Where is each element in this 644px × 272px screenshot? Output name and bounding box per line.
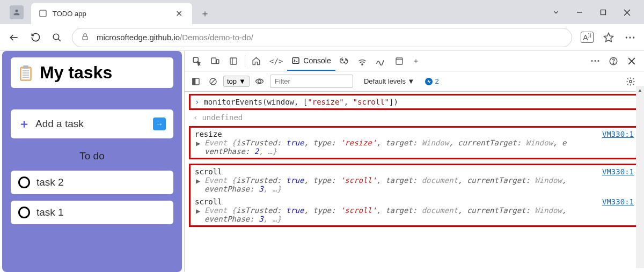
svg-line-43	[211, 79, 215, 84]
console-toolbar: top ▼ Default levels ▼ 2	[185, 71, 644, 92]
log-detail: ▶Event {isTrusted: true, type: 'resize',…	[195, 138, 634, 156]
context-selector[interactable]: top ▼	[223, 76, 250, 87]
tab-elements[interactable]: </>	[265, 52, 287, 71]
issues-icon	[425, 78, 433, 85]
tab-close-button[interactable]: ✕	[173, 9, 185, 19]
profile-button[interactable]	[10, 5, 24, 19]
task-row[interactable]: task 2	[11, 171, 173, 194]
svg-rect-2	[601, 10, 606, 15]
browser-tab[interactable]: TODO app ✕	[31, 3, 192, 24]
svg-point-33	[591, 60, 593, 62]
minimize-button[interactable]	[568, 4, 591, 21]
tab-favicon-icon	[39, 9, 47, 18]
console-output: › monitorEvents(window, ["resize", "scro…	[185, 92, 644, 272]
read-aloud-button[interactable]: A))	[576, 27, 598, 48]
add-task-label: Add a task	[35, 118, 153, 130]
scroll-up-icon[interactable]: ▲	[636, 86, 644, 94]
task-label: task 1	[36, 207, 64, 218]
search-button[interactable]	[46, 27, 68, 48]
svg-rect-23	[230, 58, 237, 64]
devtools-more-button[interactable]	[586, 53, 604, 69]
log-entry[interactable]: scroll VM330:1 ▶Event {isTrusted: true, …	[195, 167, 634, 193]
app-title: My tasks	[40, 63, 112, 83]
close-button[interactable]	[615, 4, 639, 21]
task-checkbox[interactable]	[18, 177, 30, 188]
tab-title: TODO app	[53, 10, 173, 18]
clear-console-button[interactable]	[206, 73, 220, 90]
tab-more[interactable]: ＋	[408, 52, 424, 71]
expand-icon[interactable]: ▶	[196, 139, 200, 148]
app-header: My tasks	[11, 57, 173, 88]
svg-rect-21	[211, 58, 216, 64]
log-detail: ▶Event {isTrusted: true, type: 'scroll',…	[195, 206, 634, 223]
svg-point-44	[258, 80, 261, 83]
log-source-link[interactable]: VM330:1	[602, 197, 634, 206]
log-detail: ▶Event {isTrusted: true, type: 'scroll',…	[195, 176, 634, 193]
svg-rect-8	[83, 36, 87, 39]
svg-rect-31	[396, 58, 402, 64]
more-button[interactable]	[619, 27, 641, 48]
back-button[interactable]	[3, 27, 25, 48]
chevron-down-icon[interactable]	[544, 4, 568, 21]
log-group-scroll: scroll VM330:1 ▶Event {isTrusted: true, …	[189, 164, 640, 227]
scrollbar[interactable]: ▲	[636, 86, 644, 268]
log-entry[interactable]: scroll VM330:1 ▶Event {isTrusted: true, …	[195, 197, 634, 223]
browser-toolbar: microsoftedge.github.io/Demos/demo-to-do…	[0, 24, 644, 51]
tab-console-label: Console	[303, 56, 331, 65]
svg-rect-22	[216, 60, 219, 64]
inspect-icon[interactable]	[188, 53, 206, 69]
svg-rect-14	[21, 69, 30, 79]
sidebar-icon[interactable]	[224, 53, 243, 69]
tab-sources[interactable]	[335, 52, 353, 71]
svg-line-7	[58, 39, 61, 41]
favorite-button[interactable]	[598, 27, 619, 48]
svg-rect-41	[193, 78, 195, 85]
device-icon[interactable]	[206, 53, 224, 69]
task-checkbox[interactable]	[18, 207, 30, 218]
log-source-link[interactable]: VM330:1	[602, 130, 634, 138]
add-task-row[interactable]: ＋ Add a task →	[11, 109, 173, 138]
maximize-button[interactable]	[591, 4, 615, 21]
svg-point-10	[626, 36, 627, 38]
log-levels-selector[interactable]: Default levels ▼	[364, 77, 415, 85]
plus-icon: ＋	[18, 116, 30, 132]
task-row[interactable]: task 1	[11, 201, 173, 224]
new-tab-button[interactable]: ＋	[196, 5, 214, 22]
prompt-icon: ›	[195, 98, 199, 106]
svg-point-27	[341, 59, 342, 60]
todo-app: My tasks ＋ Add a task → To do task 2 tas…	[2, 51, 182, 272]
tab-welcome[interactable]	[247, 52, 265, 71]
sidebar-toggle-icon[interactable]	[189, 73, 203, 90]
filter-input[interactable]	[270, 75, 353, 88]
refresh-button[interactable]	[25, 27, 46, 48]
expand-icon[interactable]: ▶	[196, 207, 200, 215]
url-path: /Demos/demo-to-do/	[180, 33, 253, 42]
help-icon[interactable]	[604, 53, 623, 69]
task-label: task 2	[36, 177, 64, 188]
svg-point-29	[346, 59, 347, 60]
tab-application[interactable]	[391, 52, 408, 71]
tab-network[interactable]	[353, 52, 371, 71]
expand-icon[interactable]: ▶	[196, 177, 200, 185]
log-entry[interactable]: resize VM330:1 ▶Event {isTrusted: true, …	[195, 130, 634, 156]
lock-icon	[81, 33, 89, 42]
svg-point-30	[362, 63, 363, 64]
devtools-close-button[interactable]	[623, 53, 641, 69]
console-return: ‹undefined	[189, 112, 640, 123]
submit-task-button[interactable]: →	[153, 117, 166, 130]
url-host: microsoftedge.github.io	[97, 33, 180, 42]
tab-console[interactable]: Console	[287, 52, 335, 71]
tab-performance[interactable]	[371, 52, 391, 71]
address-bar[interactable]: microsoftedge.github.io/Demos/demo-to-do…	[72, 28, 572, 47]
log-source-link[interactable]: VM330:1	[602, 167, 634, 176]
issues-badge[interactable]: 2	[425, 77, 438, 85]
svg-point-12	[633, 36, 634, 38]
event-name: scroll	[195, 167, 222, 176]
titlebar: TODO app ✕ ＋	[0, 0, 644, 24]
svg-point-37	[613, 63, 614, 64]
log-group-resize: resize VM330:1 ▶Event {isTrusted: true, …	[189, 126, 640, 159]
live-expression-icon[interactable]	[253, 73, 267, 90]
svg-point-11	[629, 36, 631, 38]
svg-point-45	[630, 80, 632, 83]
event-name: resize	[195, 130, 222, 138]
